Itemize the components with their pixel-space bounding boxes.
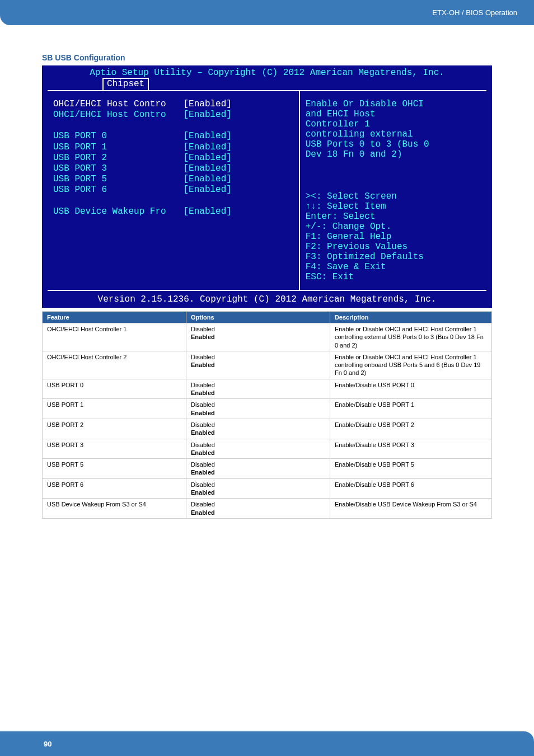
cell-description: Enable/Disable USB PORT 3: [330, 439, 491, 459]
table-row: USB PORT 6DisabledEnabledEnable/Disable …: [43, 478, 492, 499]
bios-item-value: [Enabled]: [183, 163, 231, 174]
bios-item[interactable]: OHCI/EHCI Host Contro [Enabled]: [53, 110, 299, 120]
cell-options: DisabledEnabled: [186, 478, 330, 499]
bios-key-hint: ESC: Exit: [306, 272, 481, 282]
bios-utility-title: Aptio Setup Utility – Copyright (C) 2012…: [42, 65, 492, 78]
bios-item-label: USB PORT 3: [53, 163, 183, 174]
table-row: OHCI/EHCI Host Controller 1DisabledEnabl…: [43, 323, 492, 351]
bios-item[interactable]: USB PORT 5 [Enabled]: [53, 174, 299, 185]
table-body: OHCI/EHCI Host Controller 1DisabledEnabl…: [43, 323, 492, 519]
cell-options: DisabledEnabled: [186, 351, 330, 379]
cell-feature: USB PORT 2: [43, 419, 186, 439]
bios-item-selected[interactable]: OHCI/EHCI Host Contro [Enabled]: [53, 99, 299, 110]
breadcrumb: ETX-OH / BIOS Operation: [432, 8, 517, 17]
bios-item-value: [Enabled]: [183, 131, 231, 142]
bios-item[interactable]: USB PORT 3 [Enabled]: [53, 163, 299, 174]
bios-key-hint: +/-: Change Opt.: [306, 222, 481, 232]
page-number: 90: [44, 740, 51, 748]
bios-item-label: OHCI/EHCI Host Contro: [53, 110, 183, 120]
bios-key-hint: F2: Previous Values: [306, 242, 481, 252]
col-options: Options: [186, 312, 330, 323]
bios-key-hint: ><: Select Screen: [306, 191, 481, 201]
table-row: USB PORT 3DisabledEnabledEnable/Disable …: [43, 439, 492, 459]
table-row: USB Device Wakeup From S3 or S4DisabledE…: [43, 499, 492, 519]
cell-options: DisabledEnabled: [186, 323, 330, 351]
col-description: Description: [330, 312, 491, 323]
spacer: [53, 120, 299, 131]
cell-options: DisabledEnabled: [186, 459, 330, 479]
bios-settings-panel: OHCI/EHCI Host Contro [Enabled] OHCI/EHC…: [48, 91, 300, 290]
cell-description: Enable/Disable USB Device Wakeup From S3…: [330, 499, 491, 519]
cell-feature: USB PORT 5: [43, 459, 186, 479]
bios-help-line: Dev 18 Fn 0 and 2): [306, 149, 481, 159]
bios-help-line: Enable Or Disable OHCI: [306, 99, 481, 109]
bios-item-value: [Enabled]: [183, 99, 231, 110]
cell-feature: USB PORT 0: [43, 379, 186, 399]
bios-help-line: and EHCI Host: [306, 109, 481, 119]
cell-feature: OHCI/EHCI Host Controller 1: [43, 323, 186, 351]
bios-version-footer: Version 2.15.1236. Copyright (C) 2012 Am…: [48, 290, 486, 308]
table-row: USB PORT 1DisabledEnabledEnable/Disable …: [43, 399, 492, 419]
cell-feature: USB PORT 6: [43, 478, 186, 499]
cell-description: Enable/Disable USB PORT 2: [330, 419, 491, 439]
bios-item[interactable]: USB PORT 1 [Enabled]: [53, 142, 299, 153]
bios-help-line: Controller 1: [306, 119, 481, 129]
cell-feature: USB PORT 1: [43, 399, 186, 419]
spacer: [306, 181, 481, 191]
cell-description: Enable/Disable USB PORT 1: [330, 399, 491, 419]
bios-key-hint: Enter: Select: [306, 212, 481, 222]
feature-table: Feature Options Description OHCI/EHCI Ho…: [42, 311, 492, 519]
bios-item-label: OHCI/EHCI Host Contro: [53, 99, 183, 110]
bios-item[interactable]: USB PORT 0 [Enabled]: [53, 131, 299, 142]
spacer: [306, 159, 481, 170]
bios-item[interactable]: USB PORT 6 [Enabled]: [53, 185, 299, 195]
bios-item-value: [Enabled]: [183, 153, 231, 163]
col-feature: Feature: [43, 312, 186, 323]
bios-item-label: USB PORT 2: [53, 153, 183, 163]
bios-item-value: [Enabled]: [183, 185, 231, 195]
table-row: USB PORT 5DisabledEnabledEnable/Disable …: [43, 459, 492, 479]
bios-help-panel: Enable Or Disable OHCI and EHCI Host Con…: [300, 91, 486, 290]
bios-item[interactable]: USB PORT 2 [Enabled]: [53, 153, 299, 163]
cell-description: Enable or Disable OHCI and EHCI Host Con…: [330, 323, 491, 351]
bios-item-label: USB PORT 1: [53, 142, 183, 153]
cell-options: DisabledEnabled: [186, 499, 330, 519]
table-row: USB PORT 2DisabledEnabledEnable/Disable …: [43, 419, 492, 439]
bios-item-value: [Enabled]: [183, 206, 231, 217]
bios-item-value: [Enabled]: [183, 142, 231, 153]
bios-item[interactable]: USB Device Wakeup Fro [Enabled]: [53, 206, 299, 217]
cell-options: DisabledEnabled: [186, 439, 330, 459]
cell-description: Enable/Disable USB PORT 0: [330, 379, 491, 399]
cell-description: Enable/Disable USB PORT 6: [330, 478, 491, 499]
cell-feature: USB Device Wakeup From S3 or S4: [43, 499, 186, 519]
cell-description: Enable or Disable OHCI and EHCI Host Con…: [330, 351, 491, 379]
table-row: USB PORT 0DisabledEnabledEnable/Disable …: [43, 379, 492, 399]
page-content: SB USB Configuration Aptio Setup Utility…: [0, 25, 534, 519]
bios-key-hint: ↑↓: Select Item: [306, 201, 481, 212]
bios-key-hint: F1: General Help: [306, 232, 481, 242]
bios-tab-row: Chipset: [42, 78, 492, 90]
bios-item-value: [Enabled]: [183, 110, 231, 120]
table-row: OHCI/EHCI Host Controller 2DisabledEnabl…: [43, 351, 492, 379]
bios-item-label: USB PORT 5: [53, 174, 183, 185]
section-title: SB USB Configuration: [42, 53, 492, 62]
cell-options: DisabledEnabled: [186, 379, 330, 399]
cell-description: Enable/Disable USB PORT 5: [330, 459, 491, 479]
spacer: [53, 196, 299, 206]
cell-feature: USB PORT 3: [43, 439, 186, 459]
bios-screenshot: Aptio Setup Utility – Copyright (C) 2012…: [42, 65, 492, 308]
header-bar: ETX-OH / BIOS Operation: [0, 0, 534, 25]
bios-key-hint: F3: Optimized Defaults: [306, 252, 481, 262]
bios-body: OHCI/EHCI Host Contro [Enabled] OHCI/EHC…: [48, 90, 486, 290]
cell-options: DisabledEnabled: [186, 399, 330, 419]
cell-feature: OHCI/EHCI Host Controller 2: [43, 351, 186, 379]
footer-bar: 90: [0, 731, 534, 756]
table-header-row: Feature Options Description: [43, 312, 492, 323]
bios-item-value: [Enabled]: [183, 174, 231, 185]
bios-item-label: USB Device Wakeup Fro: [53, 206, 183, 217]
bios-help-line: controlling external: [306, 129, 481, 139]
spacer: [306, 170, 481, 181]
bios-active-tab: Chipset: [102, 78, 149, 90]
bios-item-label: USB PORT 6: [53, 185, 183, 195]
bios-help-line: USB Ports 0 to 3 (Bus 0: [306, 139, 481, 149]
